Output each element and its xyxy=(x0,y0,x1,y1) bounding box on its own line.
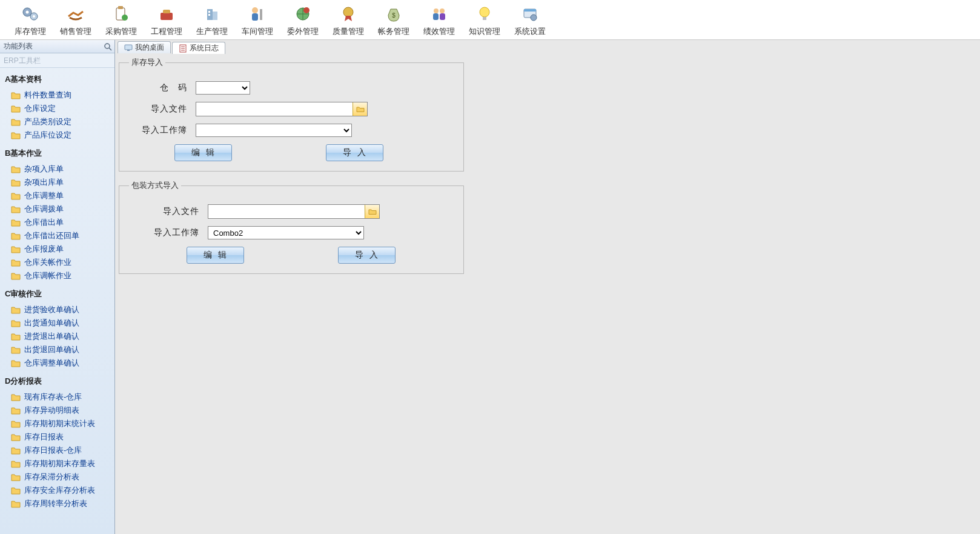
combo-cangma[interactable] xyxy=(196,81,250,95)
combo-workbook[interactable] xyxy=(196,124,352,137)
folder-icon xyxy=(11,419,21,428)
desktop-icon xyxy=(124,44,133,52)
tree-item[interactable]: 库存周转率分析表 xyxy=(0,497,114,510)
tree-item[interactable]: 仓库借出单 xyxy=(0,216,114,229)
tree-group-title: B基本作业 xyxy=(0,142,114,162)
group-legend: 包装方式导入 xyxy=(129,180,181,191)
tree-label: 产品库位设定 xyxy=(24,130,71,141)
tree-group-title: A基本资料 xyxy=(0,68,114,88)
tree-item[interactable]: 进货退出单确认 xyxy=(0,330,114,343)
toolbar-sales[interactable]: 销售管理 xyxy=(53,2,98,38)
tree-item[interactable]: 仓库借出还回单 xyxy=(0,229,114,242)
tree-item[interactable]: 仓库调帐作业 xyxy=(0,269,114,282)
toolbar-label: 采购管理 xyxy=(105,26,137,37)
tree-item[interactable]: 库存期初期末存量表 xyxy=(0,457,114,470)
tree-item[interactable]: 杂项出库单 xyxy=(0,176,114,189)
tree-label: 杂项出库单 xyxy=(24,177,64,188)
toolbar-settings[interactable]: 系统设置 xyxy=(507,2,552,38)
tree-item[interactable]: 库存安全库存分析表 xyxy=(0,484,114,497)
toolbar-label: 委外管理 xyxy=(287,26,319,37)
svg-rect-14 xyxy=(252,13,258,21)
folder-open-icon xyxy=(368,208,377,215)
folder-icon xyxy=(11,245,21,253)
tree-group-title: C审核作业 xyxy=(0,282,114,303)
toolbar-label: 车间管理 xyxy=(242,26,273,37)
folder-icon xyxy=(11,131,21,139)
folder-icon xyxy=(11,205,21,213)
handshake-icon xyxy=(65,3,87,25)
tree-item[interactable]: 库存异动明细表 xyxy=(0,404,114,417)
import-button-2[interactable]: 导入 xyxy=(338,247,396,264)
folder-icon xyxy=(11,433,21,441)
toolbar-label: 销售管理 xyxy=(60,26,91,37)
toolbar-label: 绩效管理 xyxy=(423,26,455,37)
toolbar-knowledge[interactable]: 知识管理 xyxy=(462,2,507,38)
gears-icon xyxy=(19,3,41,25)
toolbar-inventory[interactable]: 库存管理 xyxy=(7,2,53,38)
svg-rect-11 xyxy=(208,11,210,13)
label-workbook: 导入工作簿 xyxy=(129,227,208,238)
browse-button[interactable] xyxy=(353,102,367,116)
search-icon[interactable] xyxy=(104,42,112,51)
edit-button-2[interactable]: 编辑 xyxy=(187,247,244,264)
tree-item[interactable]: 仓库调拨单 xyxy=(0,202,114,216)
tree-item[interactable]: 仓库设定 xyxy=(0,102,114,115)
tree-item[interactable]: 库存期初期末统计表 xyxy=(0,417,114,430)
edit-button[interactable]: 编辑 xyxy=(174,144,232,161)
browse-button-2[interactable] xyxy=(365,205,379,218)
tree-item[interactable]: 仓库报废单 xyxy=(0,242,114,256)
tree-item[interactable]: 出货退回单确认 xyxy=(0,343,114,356)
toolbar-engineering[interactable]: 工程管理 xyxy=(144,2,189,38)
tree-item[interactable]: 仓库关帐作业 xyxy=(0,256,114,269)
tree-item[interactable]: 仓库调整单 xyxy=(0,189,114,202)
tree-item[interactable]: 仓库调整单确认 xyxy=(0,356,114,370)
tree-label: 库存安全库存分析表 xyxy=(24,485,95,496)
toolbar-label: 知识管理 xyxy=(469,26,500,37)
tree-item[interactable]: 库存日报表 xyxy=(0,430,114,444)
tab-desktop[interactable]: 我的桌面 xyxy=(118,41,171,53)
svg-rect-23 xyxy=(440,13,445,20)
import-button[interactable]: 导入 xyxy=(326,144,383,161)
toolbar-label: 库存管理 xyxy=(15,26,46,37)
input-import-file[interactable] xyxy=(196,102,353,116)
toolbar-production[interactable]: 生产管理 xyxy=(189,2,234,38)
tree-label: 库存日报表 xyxy=(24,432,64,442)
toolbox-icon xyxy=(156,3,177,25)
tree-label: 进货退出单确认 xyxy=(24,331,79,342)
svg-text:$: $ xyxy=(392,12,396,19)
tree-label: 库存期初期末统计表 xyxy=(24,418,95,429)
worker-icon xyxy=(247,3,268,25)
tree-label: 库存呆滞分析表 xyxy=(24,472,79,482)
tree-item[interactable]: 进货验收单确认 xyxy=(0,303,114,316)
tree-label: 进货验收单确认 xyxy=(24,304,79,315)
tree-item[interactable]: 出货通知单确认 xyxy=(0,316,114,330)
toolbar-workshop[interactable]: 车间管理 xyxy=(234,2,280,38)
tree-label: 仓库关帐作业 xyxy=(24,257,71,268)
tree-item[interactable]: 杂项入库单 xyxy=(0,162,114,176)
tree-label: 仓库借出还回单 xyxy=(24,230,79,241)
input-import-file-2[interactable] xyxy=(208,205,365,218)
log-icon xyxy=(179,44,187,53)
group-legend: 库存导入 xyxy=(129,57,165,68)
folder-icon xyxy=(11,272,21,280)
toolbar-purchase[interactable]: 采购管理 xyxy=(98,2,144,38)
folder-icon xyxy=(11,118,21,126)
tree-item[interactable]: 产品类别设定 xyxy=(0,115,114,128)
toolbar-quality[interactable]: 质量管理 xyxy=(325,2,371,38)
tree-item[interactable]: 库存呆滞分析表 xyxy=(0,470,114,484)
folder-icon xyxy=(11,473,21,481)
toolbar-performance[interactable]: 绩效管理 xyxy=(416,2,462,38)
tab-label: 系统日志 xyxy=(190,43,219,53)
tree-item[interactable]: 库存日报表-仓库 xyxy=(0,444,114,457)
folder-icon xyxy=(11,178,21,187)
tree-label: 库存日报表-仓库 xyxy=(24,445,82,456)
tab-systemlog[interactable]: 系统日志 xyxy=(172,42,225,54)
tree-item[interactable]: 料件数量查询 xyxy=(0,88,114,102)
tree-group-title: D分析报表 xyxy=(0,370,114,390)
tree-label: 库存周转率分析表 xyxy=(24,498,87,509)
tree-item[interactable]: 现有库存表-仓库 xyxy=(0,390,114,404)
tree-item[interactable]: 产品库位设定 xyxy=(0,128,114,142)
toolbar-account[interactable]: $帐务管理 xyxy=(371,2,416,38)
combo-workbook-2[interactable]: Combo2 xyxy=(208,226,364,239)
toolbar-outsource[interactable]: 委外管理 xyxy=(280,2,325,38)
